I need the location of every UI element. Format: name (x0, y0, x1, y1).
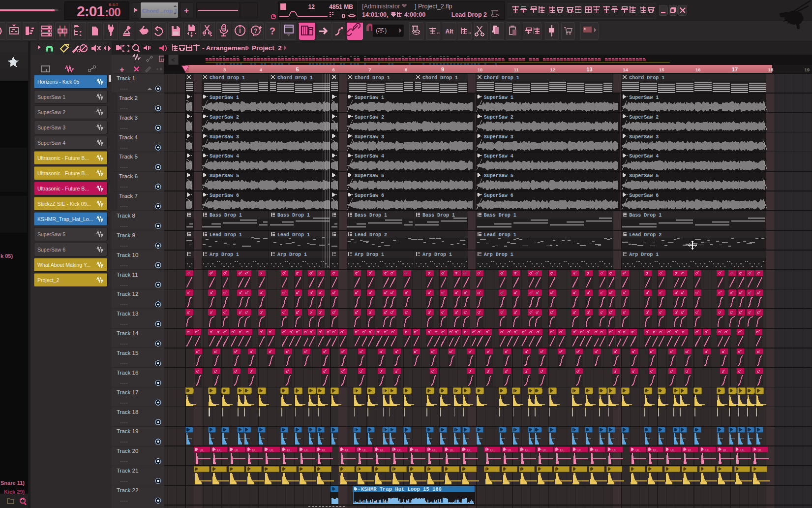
svg-text:What About Making Y...: What About Making Y... (37, 262, 90, 268)
svg-text:0: 0 (342, 12, 345, 20)
svg-text:4851 MB: 4851 MB (329, 3, 353, 10)
svg-text:Arp Drop 1: Arp Drop 1 (422, 252, 452, 257)
svg-text:7: 7 (368, 67, 371, 72)
svg-text:KSHMR_Trap_Hat_Loop_15_160: KSHMR_Trap_Hat_Loop_15_160 (361, 486, 442, 492)
svg-text:Snare 11): Snare 11) (0, 480, 25, 486)
svg-text:Ul..: Ul.. (287, 448, 292, 452)
svg-text:Track 15: Track 15 (117, 350, 138, 356)
svg-text:Ultrasonic - Future B...: Ultrasonic - Future B... (37, 155, 89, 161)
svg-text:<: < (171, 56, 175, 64)
svg-text:Ul..: Ul.. (467, 448, 472, 452)
svg-text:Ul..: Ul.. (397, 448, 402, 452)
svg-text:Track 11: Track 11 (117, 272, 138, 278)
svg-text:KSHMR_Trap_Hat_Lo...: KSHMR_Trap_Hat_Lo... (37, 216, 93, 222)
svg-text:15: 15 (659, 67, 664, 72)
svg-text:Bass Drop 1: Bass Drop 1 (484, 213, 516, 218)
svg-text:Track 5: Track 5 (119, 154, 138, 159)
svg-text:13: 13 (586, 66, 592, 72)
svg-text:SuperSaw 5: SuperSaw 5 (37, 231, 65, 237)
svg-text:Ul..: Ul.. (432, 448, 437, 452)
svg-text:18: 18 (768, 67, 774, 72)
svg-text:+: + (120, 65, 124, 74)
svg-text:Track 1: Track 1 (117, 75, 135, 81)
svg-text:SuperSaw 6: SuperSaw 6 (484, 193, 513, 198)
svg-text:Ul..: Ul.. (415, 448, 420, 452)
svg-text:..: .. (437, 29, 440, 34)
svg-text:Arp Drop 1: Arp Drop 1 (355, 252, 384, 257)
svg-text:Ul..: Ul.. (740, 448, 745, 452)
svg-text:Track 14: Track 14 (117, 330, 139, 336)
svg-text:SuperSaw 3: SuperSaw 3 (210, 134, 239, 140)
svg-text:12: 12 (308, 3, 315, 10)
svg-text:Ul..: Ul.. (345, 448, 350, 452)
svg-text:Track 3: Track 3 (119, 115, 138, 121)
svg-text:Ul..: Ul.. (270, 448, 274, 452)
svg-text:k 05): k 05) (0, 253, 13, 259)
svg-text:Arp Drop 1: Arp Drop 1 (277, 252, 307, 257)
svg-text:SuperSaw 2: SuperSaw 2 (37, 109, 65, 115)
svg-text:Track 7: Track 7 (119, 193, 138, 199)
svg-text:?: ? (270, 26, 275, 36)
svg-text:SuperSaw 6: SuperSaw 6 (355, 193, 384, 198)
svg-text:Chord Drop 1: Chord Drop 1 (629, 75, 664, 81)
svg-text:Track 20: Track 20 (117, 448, 138, 454)
svg-text:Ul..: Ul.. (362, 448, 367, 452)
svg-text:Arp Drop 1: Arp Drop 1 (629, 252, 659, 257)
svg-text:Ul..: Ul.. (560, 448, 565, 452)
svg-text:Ul..: Ul.. (450, 448, 454, 452)
svg-text:Ul..: Ul.. (525, 448, 530, 452)
svg-text:Track 2: Track 2 (119, 95, 138, 101)
svg-text:Arp Drop 1: Arp Drop 1 (484, 252, 513, 257)
svg-text:Track 4: Track 4 (119, 134, 138, 140)
svg-text:SuperSaw 5: SuperSaw 5 (355, 173, 384, 179)
svg-text:12: 12 (550, 67, 556, 72)
svg-text:16: 16 (695, 67, 701, 72)
svg-text:SuperSaw 2: SuperSaw 2 (210, 115, 239, 120)
svg-text:SuperSaw 3: SuperSaw 3 (355, 134, 384, 140)
svg-text:Chord Drop 1: Chord Drop 1 (484, 75, 519, 81)
svg-text:Lead Drop 1: Lead Drop 1 (277, 232, 310, 238)
svg-text:] Project_2.flp: ] Project_2.flp (415, 3, 452, 10)
svg-text:14:01:00,: 14:01:00, (362, 11, 389, 18)
svg-text:SuperSaw 2: SuperSaw 2 (484, 115, 513, 120)
svg-text:SuperSaw 3: SuperSaw 3 (484, 134, 513, 140)
svg-text::00: :00 (105, 5, 120, 19)
svg-text:SuperSaw 5: SuperSaw 5 (629, 173, 659, 179)
svg-text:Ul..: Ul.. (723, 448, 728, 452)
svg-text:Alt: Alt (446, 28, 453, 35)
svg-text:SuperSaw 4: SuperSaw 4 (355, 154, 384, 159)
svg-text:Ul..: Ul.. (595, 448, 600, 452)
svg-text:SuperSaw 2: SuperSaw 2 (355, 115, 384, 120)
svg-text:SuperSaw 1: SuperSaw 1 (355, 95, 384, 100)
svg-text:Project_2: Project_2 (252, 44, 282, 52)
svg-text:SuperSaw 6: SuperSaw 6 (629, 193, 659, 198)
svg-text:Track 18: Track 18 (117, 409, 138, 415)
svg-text:(: ( (376, 27, 378, 34)
svg-text:B:S:T: B:S:T (109, 3, 118, 6)
svg-text:Track 8: Track 8 (117, 213, 135, 219)
svg-text:19: 19 (804, 67, 810, 72)
svg-text:8: 8 (405, 67, 407, 72)
svg-text:Ul..: Ul.. (490, 448, 495, 452)
svg-text:Ul..: Ul.. (304, 448, 309, 452)
svg-text:2:01: 2:01 (77, 3, 104, 19)
svg-text:Ul..: Ul.. (200, 448, 205, 452)
svg-text:SuperSaw 5: SuperSaw 5 (210, 173, 239, 179)
svg-text:SuperSaw 3: SuperSaw 3 (629, 134, 659, 140)
svg-text:9: 9 (441, 66, 444, 72)
svg-text:Track 6: Track 6 (119, 173, 138, 179)
svg-text:Ul..: Ul.. (705, 448, 710, 452)
svg-text:SuperSaw 4: SuperSaw 4 (37, 140, 65, 146)
svg-text:Track 22: Track 22 (117, 487, 138, 493)
svg-text:SuperSaw 4: SuperSaw 4 (629, 154, 659, 159)
svg-text:11: 11 (514, 67, 519, 72)
svg-text:Chord Drop 1: Chord Drop 1 (277, 75, 313, 81)
svg-text:[Administrator: [Administrator (362, 3, 400, 10)
svg-text:Bass Drop 1: Bass Drop 1 (277, 213, 310, 218)
svg-text:SuperSaw 4: SuperSaw 4 (210, 154, 239, 159)
svg-text:10: 10 (478, 67, 483, 72)
svg-text:..: .. (468, 29, 471, 34)
svg-text:SuperSaw 1: SuperSaw 1 (37, 94, 65, 100)
svg-text:3: 3 (223, 67, 226, 72)
svg-text:Chord ..rop 1: Chord ..rop 1 (142, 8, 178, 14)
